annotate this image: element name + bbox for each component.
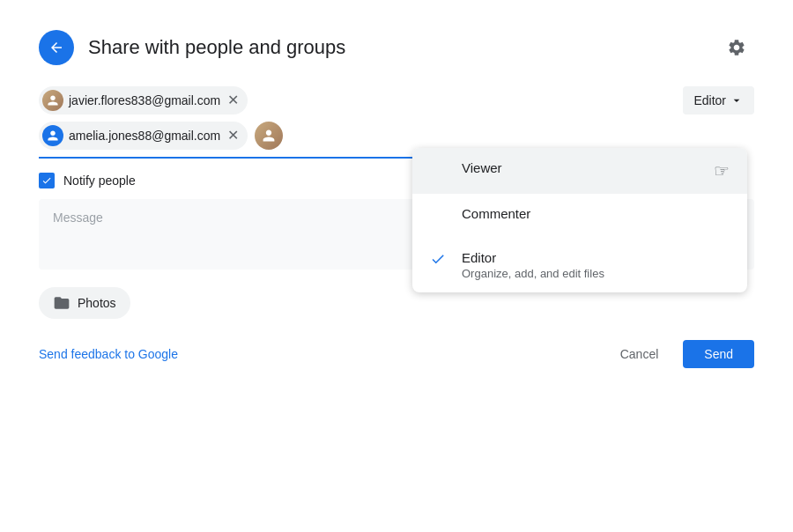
chip-email-0: javier.flores838@gmail.com [69,93,220,107]
commenter-check-space [430,207,448,225]
editor-option-label: Editor [462,250,730,265]
recipient-chip-1: amelia.jones88@gmail.com ✕ [39,122,248,150]
chip-remove-1[interactable]: ✕ [226,129,241,143]
chip-remove-0[interactable]: ✕ [226,93,241,107]
commenter-text: Commenter [462,206,730,223]
viewer-check-space [430,161,448,180]
dialog-header: Share with people and groups [39,30,754,65]
page-title: Share with people and groups [88,36,345,59]
footer: Send feedback to Google Cancel Send [39,340,754,368]
dropdown-item-commenter[interactable]: Commenter [412,194,747,238]
commenter-label: Commenter [462,206,730,221]
footer-actions: Cancel Send [606,340,754,368]
extra-avatar [255,122,283,150]
second-row: amelia.jones88@gmail.com ✕ [39,122,676,150]
editor-label: Editor [693,93,726,107]
viewer-label: Viewer [462,160,700,175]
dropdown-item-editor[interactable]: Editor Organize, add, and edit files [412,238,747,292]
message-placeholder: Message [53,211,103,225]
viewer-text: Viewer [462,160,700,177]
avatar-1 [42,125,63,146]
avatar-0 [42,90,63,111]
editor-text: Editor Organize, add, and edit files [462,250,730,280]
header-left: Share with people and groups [39,30,345,65]
editor-checkmark [430,251,448,271]
send-button[interactable]: Send [683,340,754,368]
cursor-icon: ☞ [714,160,730,181]
folder-name: Photos [78,296,116,310]
folder-icon [53,294,70,312]
notify-checkbox[interactable] [39,173,55,188]
cancel-button[interactable]: Cancel [606,340,673,368]
recipient-chip-0: javier.flores838@gmail.com ✕ [39,86,248,115]
settings-button[interactable] [719,30,754,65]
notify-label: Notify people [63,174,136,188]
feedback-link[interactable]: Send feedback to Google [39,347,178,361]
back-button[interactable] [39,30,74,65]
role-dropdown-menu: Viewer ☞ Commenter Editor Organize, add,… [412,148,747,292]
editor-option-subtitle: Organize, add, and edit files [462,267,730,280]
chip-email-1: amelia.jones88@gmail.com [69,129,220,143]
editor-dropdown-button[interactable]: Editor [683,86,754,115]
dropdown-item-viewer[interactable]: Viewer ☞ [412,148,747,194]
shared-folder: Photos [39,287,130,319]
